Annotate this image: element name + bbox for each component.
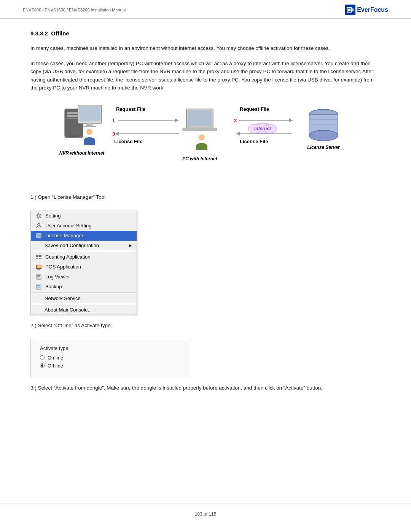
svg-point-43	[309, 130, 338, 141]
menu-item-network[interactable]: Network Service	[31, 294, 137, 303]
menu-label-user-account: User Account Setting	[45, 223, 132, 228]
svg-rect-52	[39, 255, 41, 257]
footer: 103 of 115	[0, 503, 411, 524]
menu-label-save-load: Save/Load Configuration	[45, 243, 126, 248]
menu-separator-3	[31, 304, 137, 304]
radio-option-online[interactable]: On line	[40, 355, 181, 361]
svg-rect-24	[188, 110, 212, 126]
pos-icon	[35, 264, 42, 270]
svg-point-45	[38, 215, 40, 217]
menu-screenshot: Setting User Account Setting	[30, 211, 137, 315]
svg-rect-53	[36, 258, 38, 259]
svg-text:License Server: License Server	[307, 145, 340, 150]
svg-point-13	[86, 129, 92, 135]
menu-label-network: Network Service	[45, 296, 132, 301]
svg-text:License File: License File	[240, 139, 268, 144]
log-icon	[35, 274, 42, 280]
section-heading: 9.3.3.2 Offline	[30, 30, 381, 37]
svg-rect-60	[37, 275, 40, 276]
radio-label-offline: Off line	[48, 363, 63, 369]
svg-text:NVR without Internet: NVR without Internet	[59, 150, 105, 156]
menu-label-setting: Setting	[45, 213, 132, 219]
svg-marker-31	[289, 118, 293, 122]
svg-rect-50	[37, 237, 40, 238]
svg-rect-56	[37, 265, 41, 268]
svg-point-46	[38, 224, 40, 226]
svg-rect-51	[36, 255, 38, 257]
page-number: 103 of 115	[195, 511, 217, 517]
svg-marker-21	[115, 132, 119, 136]
step3-text: 3.) Select “Activate from dongle”. Make …	[30, 385, 381, 391]
diagram-svg: Request File 1 3 License File NVR withou…	[57, 101, 354, 185]
radio-label-online: On line	[48, 355, 63, 361]
svg-text:Internet: Internet	[254, 126, 271, 131]
menu-item-backup[interactable]: Backup	[31, 282, 137, 292]
svg-text:3: 3	[112, 131, 115, 137]
menu-label-license-manager: License Manager	[45, 233, 132, 238]
step2-text: 2.) Select “Off line” as Activate type.	[30, 323, 381, 328]
header: ENVS800 / ENVS1600 / ENVS3200 Installati…	[0, 0, 411, 19]
svg-rect-48	[37, 235, 40, 235]
menu-separator-2	[31, 292, 137, 293]
manual-title: ENVS800 / ENVS1600 / ENVS3200 Installati…	[23, 8, 126, 12]
menu-item-pos[interactable]: POS Application	[31, 262, 137, 272]
svg-text:Request File: Request File	[240, 106, 269, 112]
svg-rect-8	[69, 136, 78, 137]
user-icon	[35, 223, 42, 229]
radio-online[interactable]	[40, 355, 45, 360]
svg-rect-3	[352, 8, 354, 11]
svg-text:License File: License File	[114, 139, 142, 144]
svg-rect-2	[348, 9, 350, 11]
svg-rect-64	[37, 285, 40, 286]
activate-title: Activate type:	[40, 345, 181, 351]
svg-rect-10	[79, 106, 100, 121]
menu-separator-1	[31, 251, 137, 251]
backup-icon	[35, 284, 42, 290]
gear-icon	[35, 213, 42, 219]
radio-option-offline[interactable]: Off line	[40, 363, 181, 369]
svg-rect-58	[36, 268, 41, 269]
svg-rect-49	[37, 236, 40, 236]
license-icon	[35, 233, 42, 239]
content: 9.3.3.2 Offline In many cases, machines …	[0, 19, 411, 420]
paragraph-1: In many cases, machines are installed in…	[30, 44, 381, 53]
menu-item-setting[interactable]: Setting	[31, 211, 137, 221]
radio-offline[interactable]	[40, 363, 45, 368]
menu-label-pos: POS Application	[45, 264, 132, 270]
submenu-arrow-icon: ▶	[129, 243, 132, 248]
menu-item-counting[interactable]: Counting Application	[31, 252, 137, 262]
page: ENVS800 / ENVS1600 / ENVS3200 Installati…	[0, 0, 411, 532]
menu-item-license-manager[interactable]: License Manager	[31, 231, 137, 241]
svg-rect-54	[39, 258, 41, 259]
menu-label-log: Log Viewer	[45, 274, 132, 280]
svg-marker-37	[236, 132, 240, 136]
svg-text:Request File: Request File	[116, 106, 145, 112]
svg-rect-25	[183, 128, 217, 131]
svg-marker-17	[175, 118, 179, 122]
svg-rect-65	[37, 286, 40, 288]
step1-text: 1.) Open “License Manager” Tool.	[30, 194, 381, 200]
svg-rect-61	[37, 276, 40, 277]
menu-item-about[interactable]: About MainConsole...	[31, 305, 137, 315]
diagram: Request File 1 3 License File NVR withou…	[30, 101, 381, 185]
svg-point-26	[199, 134, 205, 141]
menu-item-user-account[interactable]: User Account Setting	[31, 221, 137, 231]
logo: EverFocus	[345, 5, 388, 15]
counting-icon	[35, 254, 42, 260]
activate-type-box: Activate type: On line Off line	[30, 339, 190, 377]
menu-item-save-load[interactable]: Save/Load Configuration ▶	[31, 241, 137, 250]
svg-rect-12	[83, 126, 96, 127]
menu-item-log[interactable]: Log Viewer	[31, 272, 137, 282]
menu-label-about: About MainConsole...	[45, 307, 132, 313]
svg-rect-62	[37, 278, 40, 278]
svg-text:2: 2	[234, 118, 237, 123]
svg-text:PC with Internet: PC with Internet	[182, 156, 217, 161]
paragraph-2: In these cases, you need another (tempor…	[30, 59, 381, 92]
svg-rect-57	[37, 269, 40, 270]
menu-label-backup: Backup	[45, 284, 132, 289]
menu-label-counting: Counting Application	[45, 254, 132, 260]
logo-text: EverFocus	[357, 6, 388, 13]
svg-rect-11	[86, 123, 93, 126]
logo-icon	[345, 5, 355, 15]
svg-text:1: 1	[112, 118, 115, 123]
